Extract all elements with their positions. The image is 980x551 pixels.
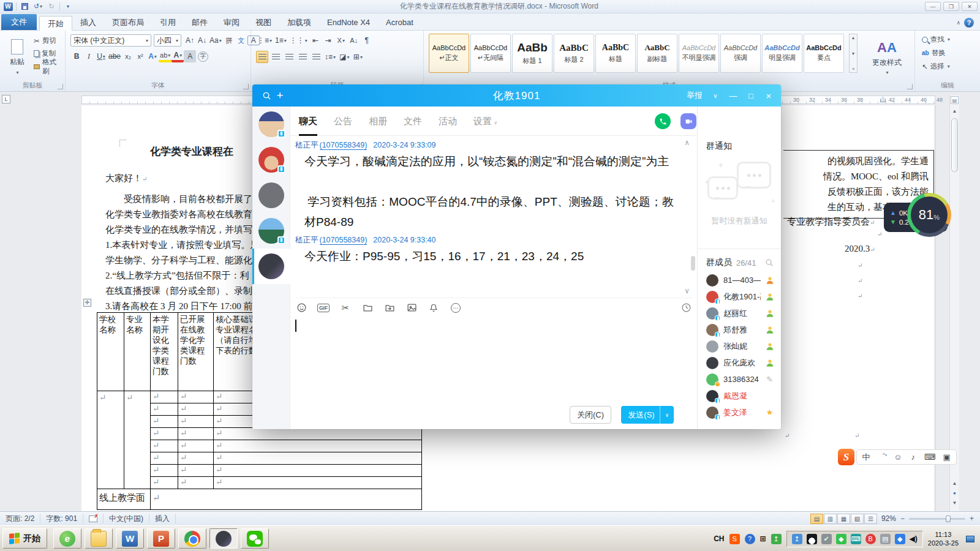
align-center-icon[interactable]: [270, 51, 282, 63]
member-search-icon[interactable]: [765, 258, 774, 267]
shading-icon[interactable]: ◪▾: [338, 51, 350, 63]
memory-usage-ball[interactable]: 81%: [907, 193, 951, 237]
shrink-font-icon[interactable]: A↓: [196, 34, 208, 47]
file-icon[interactable]: [361, 302, 374, 314]
zoom-slider-thumb[interactable]: [946, 515, 951, 522]
ribbon-tab[interactable]: 审阅: [216, 15, 247, 30]
font-name-select[interactable]: 宋体 (中文正文)▾: [70, 34, 151, 47]
usb-safe-icon[interactable]: ✔: [821, 534, 832, 544]
style-chip[interactable]: AaBbCcDd明显强调: [762, 34, 802, 73]
view-full-screen-reading-icon[interactable]: ▥: [824, 514, 837, 524]
style-chip[interactable]: AaBb标题 1: [512, 34, 552, 73]
member-row[interactable]: 姜文泽★: [698, 404, 781, 421]
style-chip[interactable]: AaBbC标题 2: [554, 34, 594, 73]
chat-item-landscape[interactable]: [252, 213, 290, 249]
volume-icon[interactable]: ◀): [910, 534, 918, 544]
underline-icon[interactable]: U▾: [95, 50, 107, 62]
qq-titlebar[interactable]: 化教1901 + 举报 ∨ — □ ×: [252, 84, 781, 107]
style-chip[interactable]: AaBbC副标题: [637, 34, 677, 73]
borders-icon[interactable]: ⊞▾: [352, 51, 364, 63]
word-count[interactable]: 字数: 901: [40, 514, 83, 523]
tab-活动[interactable]: 活动: [439, 107, 457, 136]
sender-qq-id[interactable]: (1070558349): [320, 141, 368, 150]
red-app-icon[interactable]: B: [865, 534, 876, 544]
member-row[interactable]: 应化庞欢: [698, 354, 781, 371]
member-row[interactable]: 郑舒雅: [698, 321, 781, 338]
enclose-char-icon[interactable]: 字: [198, 51, 208, 62]
scroll-down-icon[interactable]: ∨: [684, 287, 690, 295]
search-icon[interactable]: [260, 89, 273, 102]
select-button[interactable]: ↖选择▾: [920, 61, 952, 72]
taskbar-app-ms-powerpoint[interactable]: P: [147, 528, 175, 549]
close-icon[interactable]: ×: [764, 91, 774, 101]
asian-layout-icon[interactable]: X▾: [335, 34, 347, 47]
text-effects-icon[interactable]: A▾: [146, 50, 159, 62]
notification-icon[interactable]: [428, 302, 440, 314]
decrease-indent-icon[interactable]: ⇤: [309, 34, 322, 47]
member-list[interactable]: 81—403—盛毅化教1901-副班主赵丽红郑舒雅张灿妮应化庞欢−3138632…: [698, 272, 781, 429]
emoji-icon[interactable]: ☺: [894, 452, 902, 463]
change-styles-button[interactable]: AA 更改样式▾: [862, 33, 911, 82]
line-spacing-icon[interactable]: ↕≡▾: [323, 51, 337, 63]
send-button[interactable]: 发送(S) ∨: [621, 406, 674, 424]
view-draft-icon[interactable]: ☰: [864, 514, 877, 524]
sogou-tray-icon[interactable]: S: [729, 534, 740, 544]
member-row[interactable]: 81—403—盛毅: [698, 272, 781, 288]
usb-tray-icon[interactable]: ↥: [771, 534, 782, 544]
pc-manager-icon[interactable]: ◆: [895, 534, 905, 544]
taskbar-clock[interactable]: 11:13 2020-3-25: [928, 530, 959, 548]
previous-page-icon[interactable]: ▲: [951, 479, 959, 487]
input-device-icon[interactable]: ⌨: [851, 534, 861, 544]
view-print-layout-icon[interactable]: ▤: [810, 514, 823, 524]
minimize-button[interactable]: —: [925, 2, 941, 11]
grow-font-icon[interactable]: A↑: [184, 34, 196, 47]
taskbar-app-wechat[interactable]: [241, 528, 269, 549]
ribbon-tab[interactable]: 视图: [247, 15, 279, 30]
sogou-logo-icon[interactable]: S: [838, 449, 854, 465]
member-row[interactable]: 张灿妮: [698, 338, 781, 354]
tab-设置[interactable]: 设置 ∨: [473, 107, 497, 136]
tab-文件[interactable]: 文件: [404, 107, 422, 136]
keyboard-icon[interactable]: ⌨: [924, 452, 936, 463]
punctuation-icon[interactable]: ゜': [877, 452, 887, 463]
zoom-slider[interactable]: [909, 518, 965, 520]
restore-button[interactable]: ❐: [943, 2, 959, 11]
ribbon-tab[interactable]: 加载项: [279, 15, 319, 30]
ruler-toggle-icon[interactable]: ▤: [951, 96, 959, 104]
view-outline-icon[interactable]: ▧: [851, 514, 864, 524]
scroll-up-icon[interactable]: ▲: [951, 107, 959, 115]
undo-icon[interactable]: ↺▾: [32, 2, 43, 12]
window-switch-icon[interactable]: ⊞: [760, 534, 766, 544]
sender-name[interactable]: 嵇正平: [295, 141, 318, 149]
taskbar-app-browser-360[interactable]: e: [53, 528, 81, 549]
more-tools-icon[interactable]: ⋯: [450, 302, 462, 314]
font-color-icon[interactable]: A▾: [172, 50, 184, 62]
zoom-out-icon[interactable]: −: [900, 514, 905, 523]
ribbon-tab[interactable]: 邮件: [184, 15, 216, 30]
member-row[interactable]: 化教1901-副班主: [698, 288, 781, 305]
help-tray-icon[interactable]: ?: [745, 534, 755, 544]
scrollbar-thumb[interactable]: [951, 118, 958, 172]
increase-indent-icon[interactable]: ⇥: [322, 34, 334, 47]
superscript-icon[interactable]: x²: [134, 50, 146, 62]
phonetic-guide-icon[interactable]: 拼: [223, 34, 235, 47]
style-chip[interactable]: AaBbCcDd强调: [720, 34, 761, 73]
image-icon[interactable]: [405, 302, 418, 314]
taskbar-app-chrome[interactable]: [178, 528, 206, 549]
find-button[interactable]: 查找▾: [920, 34, 952, 45]
scrollbar-thumb[interactable]: [691, 256, 695, 271]
zoom-in-icon[interactable]: +: [970, 514, 974, 523]
member-row[interactable]: 戴恩凝: [698, 388, 781, 404]
qq-tray-icon[interactable]: [807, 534, 817, 544]
sender-qq-id[interactable]: (1070558349): [320, 236, 368, 245]
align-left-icon[interactable]: [256, 51, 268, 63]
save-icon[interactable]: [19, 2, 30, 12]
replace-button[interactable]: ab替换: [920, 47, 948, 59]
distribute-icon[interactable]: [310, 51, 322, 63]
ribbon-tab[interactable]: 页面布局: [104, 15, 152, 30]
usb-device-icon[interactable]: ↥: [792, 534, 802, 544]
security-green-icon[interactable]: ◆: [836, 534, 846, 544]
show-desktop-button[interactable]: [963, 533, 976, 544]
justify-icon[interactable]: [296, 51, 309, 63]
folder-send-icon[interactable]: [383, 302, 396, 314]
